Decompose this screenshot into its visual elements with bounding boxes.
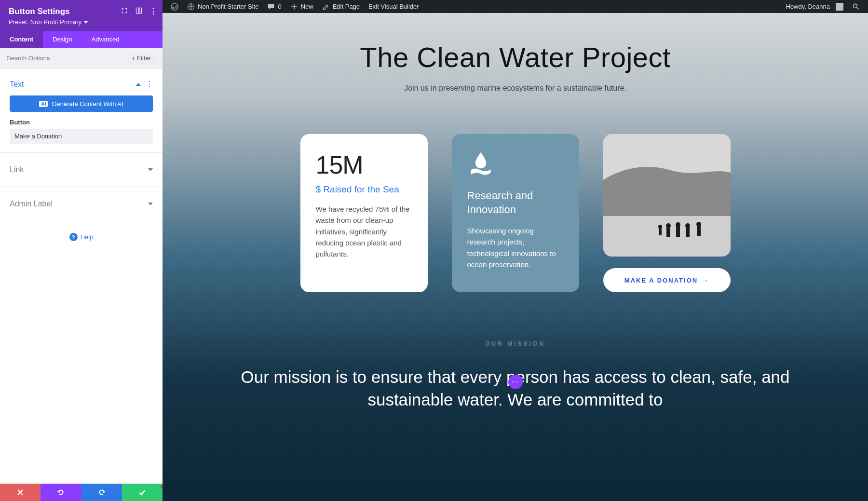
site-name-link[interactable]: Non Profit Starter Site — [183, 0, 263, 13]
undo-button[interactable] — [41, 484, 81, 501]
help-link[interactable]: ? Help — [10, 233, 153, 241]
redo-button[interactable] — [81, 484, 122, 501]
admin-search[interactable] — [848, 0, 864, 13]
svg-rect-3 — [136, 8, 138, 13]
research-card: Research and Innovation Showcasing ongoi… — [452, 134, 579, 292]
panel-header: Button Settings Preset: Non Profit Prima… — [0, 0, 163, 31]
wp-admin-bar: Non Profit Starter Site 0 New Edit Page … — [163, 0, 868, 13]
tab-content[interactable]: Content — [0, 31, 43, 48]
svg-rect-4 — [139, 8, 142, 13]
chevron-down-icon — [83, 21, 88, 24]
preset-selector[interactable]: Preset: Non Profit Primary — [9, 18, 154, 26]
svg-rect-11 — [676, 226, 680, 237]
plus-icon — [290, 3, 298, 11]
home-icon — [187, 3, 195, 11]
help-icon: ? — [69, 233, 78, 241]
filter-button[interactable]: + Filter — [127, 53, 156, 64]
module-settings-panel: Button Settings Preset: Non Profit Prima… — [0, 0, 163, 501]
arrow-right-icon: → — [702, 277, 709, 284]
button-field-label: Button — [10, 119, 153, 126]
save-button[interactable] — [122, 484, 163, 501]
options-search-row: + Filter — [0, 48, 163, 69]
cancel-button[interactable] — [0, 484, 41, 501]
expand-icon[interactable] — [121, 7, 128, 16]
tab-advanced[interactable]: Advanced — [82, 31, 129, 48]
wp-logo[interactable] — [166, 0, 183, 13]
tab-design[interactable]: Design — [43, 31, 81, 48]
ai-icon: AI — [39, 101, 48, 107]
page-canvas: The Clean Water Project Join us in prese… — [163, 13, 868, 501]
avatar — [836, 3, 843, 11]
my-account[interactable]: Howdy, Deanna — [781, 0, 848, 13]
chevron-down-icon — [148, 203, 153, 205]
section-admin-label-toggle[interactable]: Admin Label — [10, 196, 153, 212]
svg-rect-9 — [666, 227, 670, 237]
mission-eyebrow: OUR MISSION — [216, 340, 815, 347]
research-body: Showcasing ongoing research projects, te… — [467, 225, 564, 270]
research-heading: Research and Innovation — [467, 189, 564, 217]
svg-point-2 — [853, 4, 857, 8]
comment-icon — [267, 3, 275, 11]
make-donation-button[interactable]: MAKE A DONATION → — [603, 268, 731, 292]
divi-floating-menu[interactable]: ⋯ — [508, 375, 523, 389]
section-link-toggle[interactable]: Link — [10, 162, 153, 178]
stat-number: 15M — [316, 150, 412, 179]
hero-section: The Clean Water Project Join us in prese… — [163, 13, 868, 501]
more-icon[interactable]: ⋮ — [149, 7, 157, 16]
settings-tabs: Content Design Advanced — [0, 31, 163, 48]
plus-icon: + — [132, 54, 136, 62]
exit-visual-builder[interactable]: Exit Visual Builder — [364, 0, 423, 13]
chevron-down-icon — [148, 168, 153, 171]
stat-body: We have recycled 75% of the waste from o… — [316, 203, 412, 259]
search-icon — [852, 3, 860, 11]
info-cards-row: 15M $ Raised for the Sea We have recycle… — [163, 134, 868, 292]
panel-footer — [0, 484, 163, 501]
section-text-toggle[interactable]: Text ⋮ — [10, 76, 153, 93]
edit-page-link[interactable]: Edit Page — [318, 0, 364, 13]
more-icon[interactable]: ⋮ — [146, 80, 153, 89]
stat-card: 15M $ Raised for the Sea We have recycle… — [300, 134, 428, 292]
search-options-input[interactable] — [7, 54, 127, 62]
chevron-up-icon — [136, 83, 141, 86]
hero-subtitle: Join us in preserving marine ecosystems … — [163, 84, 868, 93]
beach-photo — [603, 134, 731, 257]
svg-rect-15 — [697, 226, 701, 236]
svg-rect-13 — [686, 227, 690, 237]
pencil-icon — [322, 3, 330, 11]
snap-icon[interactable] — [135, 7, 143, 16]
generate-with-ai-button[interactable]: AI Generate Content With AI — [10, 95, 153, 112]
button-text-input[interactable] — [10, 129, 153, 144]
new-content-link[interactable]: New — [286, 0, 318, 13]
water-hand-icon — [467, 150, 494, 177]
hero-title: The Clean Water Project — [163, 41, 868, 73]
svg-rect-17 — [659, 228, 662, 235]
comments-link[interactable]: 0 — [263, 0, 285, 13]
stat-heading: $ Raised for the Sea — [316, 184, 412, 195]
cta-column: MAKE A DONATION → — [603, 134, 731, 292]
wordpress-icon — [171, 3, 178, 11]
